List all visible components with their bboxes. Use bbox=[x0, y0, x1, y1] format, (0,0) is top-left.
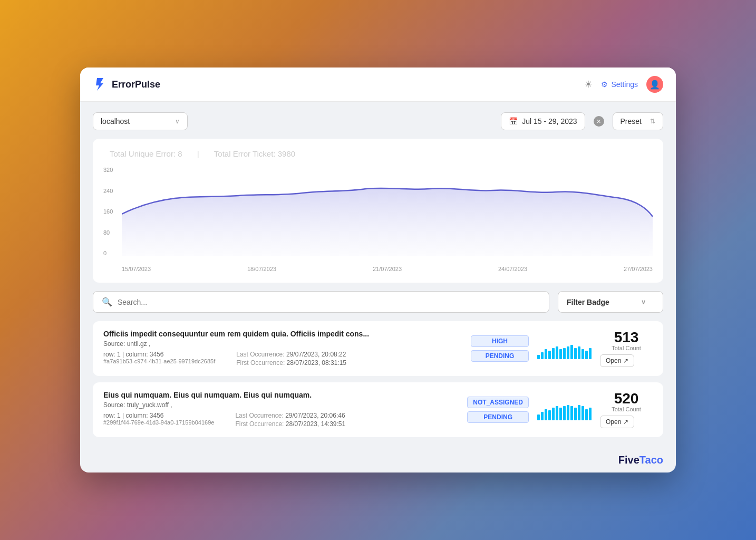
error-location-2: row: 1 | column: 3456 #299f1f44-769e-41d… bbox=[103, 412, 214, 426]
error-title-1: Officiis impedit consequuntur eum rem qu… bbox=[103, 330, 462, 338]
error-meta-1: row: 1 | column: 3456 #a7a91b53-c974-4b3… bbox=[103, 351, 462, 368]
bar-1-4 bbox=[548, 351, 551, 359]
bar-2-11 bbox=[574, 408, 577, 420]
bar-2-10 bbox=[570, 406, 573, 420]
chart-y-labels: 320 240 160 80 0 bbox=[103, 167, 119, 256]
badges-2: NOT_ASSIGNED PENDING bbox=[467, 397, 529, 423]
y-label-0: 0 bbox=[103, 250, 119, 256]
brand-text: Five bbox=[618, 454, 639, 466]
bar-1-10 bbox=[570, 345, 573, 359]
bar-1-5 bbox=[552, 348, 555, 359]
x-label-4: 24/07/2023 bbox=[498, 266, 527, 272]
date-range-value: Jul 15 - 29, 2023 bbox=[522, 117, 577, 126]
y-label-320: 320 bbox=[103, 167, 119, 173]
bar-2-6 bbox=[556, 406, 558, 420]
bar-1-14 bbox=[585, 351, 588, 359]
error-row-col-1: row: 1 | column: 3456 bbox=[103, 351, 215, 358]
error-location-1: row: 1 | column: 3456 #a7a91b53-c974-4b3… bbox=[103, 351, 215, 364]
error-col-2: column: 3456 bbox=[125, 412, 163, 419]
y-label-160: 160 bbox=[103, 208, 119, 215]
error-source-1: Source: until.gz , bbox=[103, 340, 462, 348]
last-occ-label-2: Last Occurrence: bbox=[235, 412, 283, 419]
bar-1-1 bbox=[537, 355, 540, 359]
badge-high-1: HIGH bbox=[471, 335, 529, 347]
badges-1: HIGH PENDING bbox=[471, 335, 529, 362]
avatar[interactable]: 👤 bbox=[646, 76, 663, 93]
count-label-2: Total Count bbox=[600, 406, 653, 412]
chart-card: Total Unique Error: 8 | Total Error Tick… bbox=[93, 139, 663, 283]
settings-gear-icon: ⚙ bbox=[601, 80, 608, 89]
open-button-2[interactable]: Open ↗ bbox=[600, 416, 634, 428]
last-occ-value-2: 29/07/2023, 20:06:46 bbox=[285, 412, 345, 419]
logo-icon bbox=[93, 77, 108, 92]
error-list: Officiis impedit consequuntur eum rem qu… bbox=[93, 321, 663, 437]
filters-row: localhost ∨ 📅 Jul 15 - 29, 2023 ✕ Preset… bbox=[93, 112, 663, 130]
mini-chart-1 bbox=[537, 338, 592, 359]
bar-2-15 bbox=[589, 408, 592, 420]
x-label-3: 21/07/2023 bbox=[373, 266, 402, 272]
count-label-1: Total Count bbox=[600, 345, 653, 351]
bar-2-1 bbox=[537, 414, 540, 420]
header: ErrorPulse ☀ ⚙ Settings 👤 bbox=[80, 68, 676, 102]
filter-badge-button[interactable]: Filter Badge ∨ bbox=[558, 291, 663, 313]
error-col-1: column: 3456 bbox=[125, 351, 163, 358]
x-label-1: 15/07/2023 bbox=[122, 266, 151, 272]
bar-1-15 bbox=[589, 348, 592, 359]
error-row-1: row: 1 bbox=[103, 351, 121, 358]
main-content: localhost ∨ 📅 Jul 15 - 29, 2023 ✕ Preset… bbox=[80, 102, 676, 448]
error-row-2: row: 1 bbox=[103, 412, 121, 419]
bar-1-7 bbox=[559, 349, 562, 359]
search-box[interactable]: 🔍 bbox=[93, 291, 549, 313]
server-dropdown[interactable]: localhost ∨ bbox=[93, 112, 188, 130]
server-value: localhost bbox=[101, 117, 130, 126]
chart-x-labels: 15/07/2023 18/07/2023 21/07/2023 24/07/2… bbox=[122, 266, 653, 272]
bar-1-6 bbox=[556, 346, 558, 359]
open-button-1[interactable]: Open ↗ bbox=[600, 354, 634, 367]
bar-1-9 bbox=[567, 346, 569, 359]
bar-1-13 bbox=[581, 349, 584, 359]
footer: FiveTaco bbox=[80, 448, 676, 472]
count-number-2: 520 bbox=[600, 391, 653, 406]
badge-not-assigned-2: NOT_ASSIGNED bbox=[467, 397, 529, 408]
theme-icon[interactable]: ☀ bbox=[584, 79, 593, 90]
error-source-2: Source: truly_yuck.woff , bbox=[103, 401, 459, 409]
settings-button[interactable]: ⚙ Settings bbox=[601, 80, 638, 89]
error-hash-2: #299f1f44-769e-41d3-94a0-17159b04169e bbox=[103, 419, 214, 426]
count-number-1: 513 bbox=[600, 330, 653, 345]
unique-error-count: Total Unique Error: 8 bbox=[110, 149, 182, 158]
preset-chevron-icon: ⇅ bbox=[650, 118, 655, 125]
search-input[interactable] bbox=[118, 298, 540, 306]
settings-label: Settings bbox=[611, 80, 638, 89]
error-card-1: Officiis impedit consequuntur eum rem qu… bbox=[93, 321, 663, 376]
preset-dropdown[interactable]: Preset ⇅ bbox=[613, 112, 663, 130]
bar-2-3 bbox=[545, 409, 547, 420]
header-right: ☀ ⚙ Settings 👤 bbox=[584, 76, 663, 93]
first-occ-value-1: 28/07/2023, 08:31:15 bbox=[287, 359, 346, 367]
bar-1-8 bbox=[563, 348, 566, 359]
error-occurrences-2: Last Occurrence: 29/07/2023, 20:06:46 Fi… bbox=[235, 412, 345, 429]
error-info-1: Officiis impedit consequuntur eum rem qu… bbox=[103, 330, 462, 368]
error-title-2: Eius qui numquam. Eius qui numquam. Eius… bbox=[103, 391, 459, 399]
bar-2-7 bbox=[559, 408, 562, 420]
filter-badge-chevron-icon: ∨ bbox=[641, 298, 646, 306]
error-info-2: Eius qui numquam. Eius qui numquam. Eius… bbox=[103, 391, 459, 429]
last-occ-value-1: 29/07/2023, 20:08:22 bbox=[286, 351, 346, 358]
date-picker[interactable]: 📅 Jul 15 - 29, 2023 bbox=[501, 112, 585, 130]
filter-badge-label: Filter Badge bbox=[567, 298, 609, 306]
count-section-1: 513 Total Count Open ↗ bbox=[600, 330, 653, 367]
bar-2-14 bbox=[585, 409, 588, 420]
error-meta-2: row: 1 | column: 3456 #299f1f44-769e-41d… bbox=[103, 412, 459, 429]
date-clear-button[interactable]: ✕ bbox=[594, 116, 604, 127]
title-separator: | bbox=[197, 149, 201, 158]
badge-pending-2: PENDING bbox=[467, 411, 529, 423]
first-occ-label-1: First Occurrence: bbox=[236, 359, 285, 367]
y-label-240: 240 bbox=[103, 188, 119, 194]
chart-title: Total Unique Error: 8 | Total Error Tick… bbox=[103, 149, 653, 158]
bar-2-8 bbox=[563, 406, 566, 420]
search-icon: 🔍 bbox=[102, 297, 112, 307]
bar-1-3 bbox=[545, 349, 547, 359]
bar-2-4 bbox=[548, 410, 551, 420]
logo-text: ErrorPulse bbox=[112, 79, 160, 90]
brand-taco: Taco bbox=[639, 454, 663, 466]
calendar-icon: 📅 bbox=[509, 117, 518, 126]
